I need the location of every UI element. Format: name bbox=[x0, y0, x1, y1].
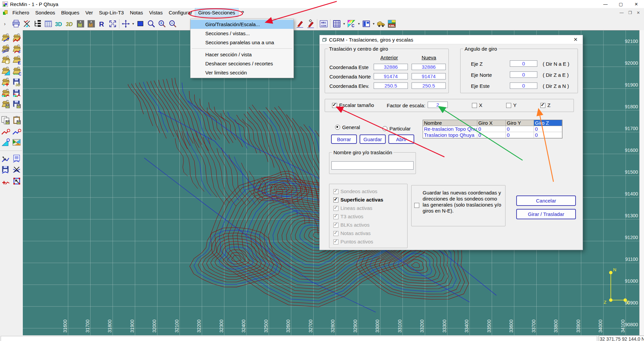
table-col-header[interactable]: Nombre bbox=[423, 120, 477, 126]
table-row[interactable]: Traslacion topo Qhuya000 bbox=[423, 132, 562, 138]
point-add-icon[interactable] bbox=[0, 175, 11, 186]
menu-item--[interactable]: ? bbox=[238, 8, 247, 17]
map-colors-icon[interactable] bbox=[11, 137, 22, 148]
axis-angle-input[interactable] bbox=[510, 60, 537, 67]
lines-delete-icon[interactable] bbox=[11, 164, 22, 175]
menu-item-fichero[interactable]: Fichero bbox=[9, 8, 32, 17]
open-c-icon[interactable]: C bbox=[11, 65, 22, 76]
cancelar-button[interactable]: Cancelar bbox=[516, 195, 576, 206]
print-icon[interactable] bbox=[11, 18, 21, 29]
general-radio[interactable]: General bbox=[335, 124, 360, 130]
open-line-icon[interactable] bbox=[0, 32, 11, 43]
delete-axes-icon[interactable] bbox=[21, 18, 32, 29]
menu-item-ver[interactable]: Ver bbox=[82, 8, 96, 17]
menu-item-hacer-secci-n-vista[interactable]: Hacer sección / vista bbox=[191, 50, 293, 59]
menu-item-deshacer-secciones-recortes[interactable]: Deshacer secciones / recortes bbox=[191, 59, 293, 68]
horizontal-scrollbar[interactable] bbox=[1, 336, 597, 341]
3d-olive-icon[interactable]: 3D bbox=[64, 18, 75, 29]
more-chevron[interactable]: › bbox=[0, 18, 11, 29]
tree-view-icon[interactable] bbox=[32, 18, 43, 29]
table-col-header[interactable]: Giro X bbox=[477, 120, 506, 126]
save-model-icon[interactable]: M bbox=[11, 99, 22, 110]
particular-radio[interactable]: Particular bbox=[382, 126, 411, 131]
borrar-button[interactable]: Borrar bbox=[331, 134, 357, 144]
edit-surface-icon[interactable] bbox=[0, 137, 11, 148]
edit-line-blue-icon[interactable] bbox=[11, 126, 22, 137]
layer-checkbox-lineas-activas[interactable]: Lineas activas bbox=[333, 205, 372, 211]
m-orange-icon[interactable]: M bbox=[86, 18, 97, 29]
coord-nueva-input[interactable] bbox=[412, 82, 446, 89]
dialog-close-icon[interactable]: ✕ bbox=[572, 37, 579, 43]
table-col-header[interactable]: Giro Z bbox=[534, 120, 562, 126]
minimize-icon[interactable]: — bbox=[598, 0, 613, 8]
dropdown-caret-icon[interactable]: ▾ bbox=[357, 22, 361, 25]
edit-line-red-icon[interactable] bbox=[0, 126, 11, 137]
pencil-edit-icon[interactable] bbox=[305, 18, 316, 29]
ab1-text-icon[interactable]: AB1COll bbox=[318, 18, 329, 29]
open-surface-icon[interactable] bbox=[0, 65, 11, 76]
3d-teal-icon[interactable]: 3D bbox=[54, 18, 64, 29]
coord-anterior-input[interactable] bbox=[374, 73, 408, 79]
copy-model-icon[interactable]: M bbox=[0, 115, 11, 126]
save-3d-icon[interactable]: 3D bbox=[11, 76, 22, 88]
close-icon[interactable]: ✕ bbox=[629, 0, 644, 8]
menu-item-vistas[interactable]: Vistas bbox=[146, 8, 166, 17]
giros-table[interactable]: NombreGiro XGiro YGiro ZRe-traslacion To… bbox=[423, 120, 562, 138]
save-lines-icon[interactable] bbox=[0, 164, 11, 175]
zoom-out-icon[interactable] bbox=[167, 18, 178, 29]
open-e-icon[interactable]: E bbox=[11, 54, 22, 65]
kml-icon[interactable]: KML bbox=[386, 18, 397, 29]
factor-input[interactable] bbox=[428, 102, 448, 108]
layer-checkbox-puntos-activos[interactable]: Puntos activos bbox=[333, 239, 373, 244]
open-model-icon[interactable]: M bbox=[0, 99, 11, 110]
grid-view-icon[interactable] bbox=[331, 18, 342, 29]
menu-item-sondeos[interactable]: Sondeos bbox=[32, 8, 58, 17]
table-row[interactable]: Re-traslacion Topo Qhuya000 bbox=[423, 126, 562, 132]
menu-item-giro-traslaci-n-escala[interactable]: Giro/Traslación/Escala... bbox=[191, 20, 293, 29]
coord-anterior-input[interactable] bbox=[374, 82, 408, 89]
truck-icon[interactable] bbox=[376, 18, 386, 29]
guardar-button[interactable]: Guardar bbox=[360, 134, 386, 144]
refresh-r-icon[interactable]: R bbox=[97, 18, 107, 29]
save-option-checkbox[interactable] bbox=[414, 202, 419, 208]
axis-angle-input[interactable] bbox=[510, 71, 537, 78]
coord-nueva-input[interactable] bbox=[412, 64, 446, 70]
layer-checkbox-superficie-activas[interactable]: Superficie activas bbox=[333, 197, 383, 203]
pan-move-icon[interactable] bbox=[120, 18, 131, 29]
girar-trasladar-button[interactable]: Girar / Trasladar bbox=[516, 209, 576, 219]
child-minimize-icon[interactable]: — bbox=[620, 10, 624, 15]
dropdown-caret-icon[interactable]: ▾ bbox=[372, 22, 376, 25]
open-blocks-icon[interactable] bbox=[0, 88, 11, 99]
child-close-icon[interactable]: ✕ bbox=[637, 10, 640, 15]
child-restore-icon[interactable]: ❐ bbox=[628, 10, 632, 15]
menu-item-giros-secciones[interactable]: Giros-Secciones bbox=[195, 8, 238, 17]
menu-item-secciones-paralelas-una-a-una[interactable]: Secciones paralelas una a una bbox=[191, 38, 293, 47]
menu-item-notas[interactable]: Notas bbox=[127, 8, 146, 17]
pencil-red-icon[interactable] bbox=[294, 18, 305, 29]
panel-layout-icon[interactable] bbox=[361, 18, 372, 29]
axis-angle-input[interactable] bbox=[510, 82, 537, 89]
triangle-colors-icon[interactable]: C bbox=[346, 18, 357, 29]
paste-model-icon[interactable]: M bbox=[11, 115, 22, 126]
coord-nueva-input[interactable] bbox=[412, 73, 446, 79]
zoom-in-icon[interactable] bbox=[157, 18, 167, 29]
line-snap-icon[interactable] bbox=[0, 153, 11, 164]
coord-anterior-input[interactable] bbox=[374, 64, 408, 70]
open-solid-icon[interactable] bbox=[0, 54, 11, 65]
polygon-select-icon[interactable] bbox=[11, 175, 22, 186]
dropdown-caret-icon[interactable]: ▾ bbox=[342, 22, 346, 25]
lines-doc-icon[interactable] bbox=[11, 153, 22, 164]
layer-checkbox-notas-activas[interactable]: Notas activas bbox=[333, 230, 371, 236]
scale-axis-x-checkbox[interactable]: X bbox=[472, 102, 482, 108]
scale-axis-z-checkbox[interactable]: Z bbox=[540, 102, 550, 108]
vertical-scrollbar[interactable] bbox=[639, 30, 644, 335]
escalar-checkbox[interactable]: Escalar tamaño bbox=[332, 102, 374, 108]
scale-axis-y-checkbox[interactable]: Y bbox=[506, 102, 517, 108]
menu-item-configurar[interactable]: Configurar bbox=[166, 8, 195, 17]
table-col-header[interactable]: Giro Y bbox=[506, 120, 534, 126]
layer-checkbox-blks-activos[interactable]: BLKs activos bbox=[333, 222, 370, 228]
table-view-icon[interactable] bbox=[43, 18, 54, 29]
layer-checkbox-t3-activos[interactable]: T3 activos bbox=[333, 214, 363, 219]
m-dark-icon[interactable]: M bbox=[75, 18, 86, 29]
fit-extents-icon[interactable] bbox=[107, 18, 118, 29]
